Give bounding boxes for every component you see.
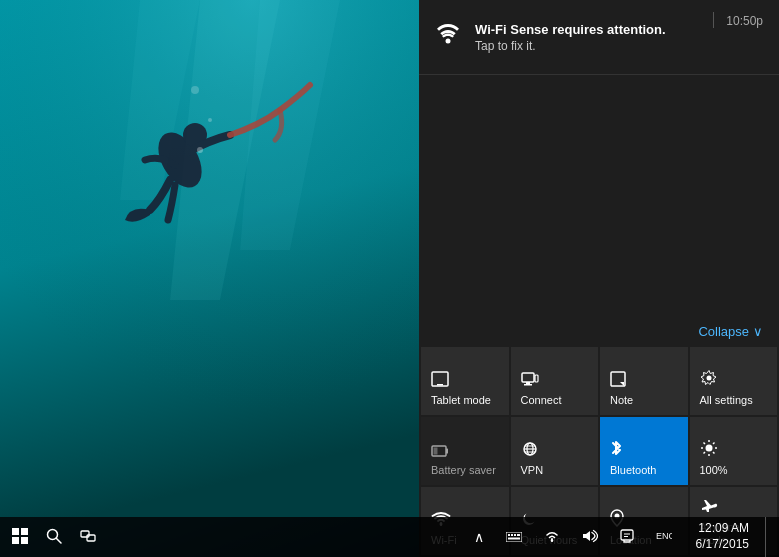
svg-rect-14	[526, 382, 530, 384]
svg-rect-53	[621, 530, 633, 540]
svg-rect-12	[437, 384, 443, 386]
svg-rect-44	[81, 531, 89, 537]
svg-rect-20	[446, 448, 448, 453]
tile-label: All settings	[700, 394, 753, 407]
search-button[interactable]	[38, 524, 70, 551]
notification-time: 10:50p	[713, 12, 763, 28]
taskbar-right: ∧	[466, 517, 779, 557]
vpn-icon	[521, 441, 539, 460]
svg-point-27	[705, 444, 712, 451]
settings-icon	[700, 369, 718, 390]
svg-rect-50	[517, 534, 520, 536]
clock-time: 12:09 AM	[696, 521, 749, 537]
svg-rect-51	[508, 538, 520, 540]
tile-label: Bluetooth	[610, 464, 656, 477]
notification-title: Wi-Fi Sense requires attention.	[475, 21, 705, 39]
svg-rect-39	[21, 528, 28, 535]
svg-rect-47	[508, 534, 510, 536]
tray-volume[interactable]	[574, 525, 606, 550]
collapse-chevron: ∨	[753, 324, 763, 339]
svg-line-35	[703, 452, 705, 454]
svg-rect-16	[535, 375, 538, 382]
battery-icon	[431, 444, 449, 460]
tablet-mode-icon	[431, 371, 449, 390]
system-clock[interactable]: 12:09 AM 6/17/2015	[688, 521, 757, 552]
svg-line-34	[713, 442, 715, 444]
tile-label: Tablet mode	[431, 394, 491, 407]
tray-notifications[interactable]	[612, 525, 642, 550]
tray-keyboard[interactable]	[498, 525, 530, 549]
clock-date: 6/17/2015	[696, 537, 749, 553]
svg-rect-45	[87, 535, 95, 541]
tile-label: VPN	[521, 464, 544, 477]
wifi-notification[interactable]: Wi-Fi Sense requires attention. Tap to f…	[419, 0, 779, 75]
taskbar-left	[0, 524, 104, 551]
svg-rect-38	[12, 528, 19, 535]
airplane-icon	[700, 498, 718, 517]
tile-label: 100%	[700, 464, 728, 477]
svg-point-7	[197, 147, 203, 153]
tray-network[interactable]	[536, 525, 568, 550]
svg-point-10	[446, 39, 451, 44]
svg-rect-15	[524, 384, 532, 386]
system-tray: ∧	[466, 525, 680, 550]
tile-note[interactable]: Note	[600, 347, 688, 415]
brightness-icon	[700, 439, 718, 460]
svg-point-9	[191, 86, 199, 94]
tile-brightness[interactable]: 100%	[690, 417, 778, 485]
taskbar: ∧	[0, 517, 779, 557]
svg-text:ENG: ENG	[656, 531, 672, 541]
wifi-sense-icon	[435, 21, 461, 53]
svg-point-8	[208, 118, 212, 122]
tile-tablet-mode[interactable]: Tablet mode	[421, 347, 509, 415]
svg-point-52	[550, 539, 552, 541]
notification-text: Wi-Fi Sense requires attention. Tap to f…	[475, 21, 705, 53]
svg-rect-40	[12, 537, 19, 544]
tile-label: Note	[610, 394, 633, 407]
bluetooth-icon	[610, 439, 624, 460]
svg-rect-49	[514, 534, 516, 536]
svg-rect-46	[506, 532, 522, 542]
tile-all-settings[interactable]: All settings	[690, 347, 778, 415]
svg-rect-48	[511, 534, 513, 536]
collapse-row: Collapse ∨	[419, 318, 779, 347]
tile-connect[interactable]: Connect	[511, 347, 599, 415]
svg-line-43	[57, 538, 62, 543]
svg-line-33	[713, 452, 715, 454]
start-button[interactable]	[4, 524, 36, 551]
collapse-label: Collapse	[698, 324, 749, 339]
svg-rect-13	[522, 373, 534, 382]
tile-bluetooth[interactable]: Bluetooth	[600, 417, 688, 485]
svg-line-32	[703, 442, 705, 444]
note-icon	[610, 371, 626, 390]
tile-label: Connect	[521, 394, 562, 407]
connect-icon	[521, 371, 539, 390]
tile-battery-saver[interactable]: Battery saver	[421, 417, 509, 485]
svg-rect-11	[432, 372, 448, 386]
svg-rect-41	[21, 537, 28, 544]
notification-subtitle: Tap to fix it.	[475, 39, 705, 53]
tray-language[interactable]: ENG	[648, 525, 680, 549]
svg-point-18	[706, 375, 711, 380]
show-desktop-button[interactable]	[765, 517, 771, 557]
tray-expand[interactable]: ∧	[466, 525, 492, 549]
tile-vpn[interactable]: VPN	[511, 417, 599, 485]
tile-label: Battery saver	[431, 464, 496, 477]
svg-rect-21	[434, 447, 438, 454]
collapse-button[interactable]: Collapse ∨	[698, 324, 763, 339]
task-view-button[interactable]	[72, 524, 104, 551]
